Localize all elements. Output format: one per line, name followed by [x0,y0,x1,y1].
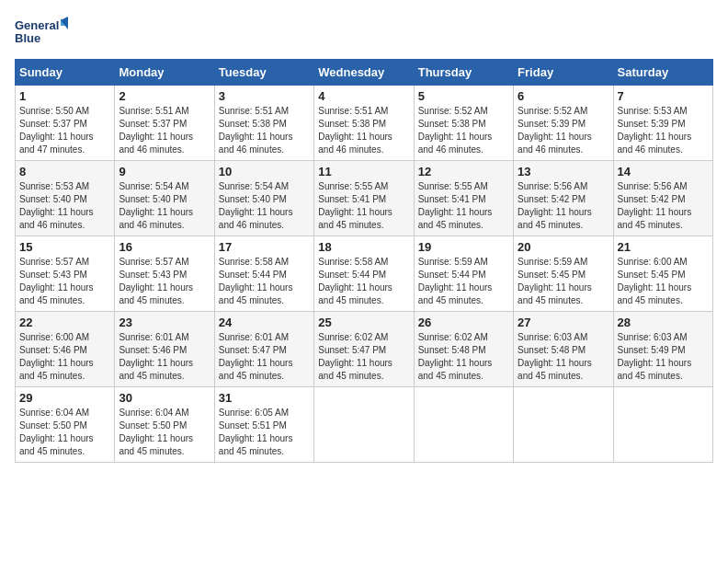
day-number: 1 [19,89,110,103]
day-number: 10 [219,165,310,178]
day-info: Sunrise: 5:58 AM Sunset: 5:44 PM Dayligh… [219,257,293,305]
logo: General Blue [15,15,70,52]
calendar-cell: 11 Sunrise: 5:55 AM Sunset: 5:41 PM Dayl… [314,161,414,236]
day-info: Sunrise: 5:56 AM Sunset: 5:42 PM Dayligh… [518,181,592,230]
day-info: Sunrise: 5:52 AM Sunset: 5:38 PM Dayligh… [418,106,493,155]
calendar-cell: 20 Sunrise: 5:59 AM Sunset: 5:45 PM Dayl… [514,236,613,312]
day-number: 19 [418,240,509,254]
day-info: Sunrise: 6:01 AM Sunset: 5:47 PM Dayligh… [219,332,293,381]
calendar-cell: 21 Sunrise: 6:00 AM Sunset: 5:45 PM Dayl… [613,236,712,312]
day-info: Sunrise: 5:51 AM Sunset: 5:37 PM Dayligh… [119,106,193,155]
calendar-cell: 3 Sunrise: 5:51 AM Sunset: 5:38 PM Dayli… [214,86,313,161]
weekday-header-wednesday: Wednesday [314,60,414,86]
day-number: 4 [318,89,409,103]
day-info: Sunrise: 5:55 AM Sunset: 5:41 PM Dayligh… [418,181,493,230]
day-info: Sunrise: 6:00 AM Sunset: 5:45 PM Dayligh… [618,257,692,305]
calendar-cell: 28 Sunrise: 6:03 AM Sunset: 5:49 PM Dayl… [613,312,712,387]
day-info: Sunrise: 6:02 AM Sunset: 5:47 PM Dayligh… [318,332,392,381]
day-info: Sunrise: 5:54 AM Sunset: 5:40 PM Dayligh… [119,181,193,230]
calendar-cell: 22 Sunrise: 6:00 AM Sunset: 5:46 PM Dayl… [16,312,115,387]
calendar-cell: 24 Sunrise: 6:01 AM Sunset: 5:47 PM Dayl… [214,312,313,387]
day-number: 29 [19,391,110,405]
day-number: 14 [618,165,709,178]
calendar-cell: 26 Sunrise: 6:02 AM Sunset: 5:48 PM Dayl… [414,312,513,387]
calendar-cell: 16 Sunrise: 5:57 AM Sunset: 5:43 PM Dayl… [115,236,214,312]
day-number: 3 [219,89,310,103]
day-info: Sunrise: 5:54 AM Sunset: 5:40 PM Dayligh… [219,181,293,230]
calendar-cell: 30 Sunrise: 6:04 AM Sunset: 5:50 PM Dayl… [115,387,214,463]
day-info: Sunrise: 5:57 AM Sunset: 5:43 PM Dayligh… [119,257,193,305]
day-number: 17 [219,240,310,254]
calendar-cell [314,387,414,463]
day-info: Sunrise: 5:55 AM Sunset: 5:41 PM Dayligh… [318,181,392,230]
day-info: Sunrise: 5:52 AM Sunset: 5:39 PM Dayligh… [518,106,592,155]
day-number: 28 [618,316,709,329]
calendar-week-row: 29 Sunrise: 6:04 AM Sunset: 5:50 PM Dayl… [16,387,713,463]
weekday-header-saturday: Saturday [613,60,712,86]
weekday-header-tuesday: Tuesday [214,60,313,86]
calendar-cell: 31 Sunrise: 6:05 AM Sunset: 5:51 PM Dayl… [214,387,313,463]
calendar-cell [613,387,712,463]
day-number: 18 [318,240,409,254]
day-number: 12 [418,165,509,178]
calendar-cell: 12 Sunrise: 5:55 AM Sunset: 5:41 PM Dayl… [414,161,513,236]
calendar-week-row: 8 Sunrise: 5:53 AM Sunset: 5:40 PM Dayli… [16,161,713,236]
day-number: 8 [19,165,110,178]
calendar-cell: 29 Sunrise: 6:04 AM Sunset: 5:50 PM Dayl… [16,387,115,463]
day-info: Sunrise: 6:05 AM Sunset: 5:51 PM Dayligh… [219,408,293,456]
calendar-table: SundayMondayTuesdayWednesdayThursdayFrid… [15,59,713,463]
weekday-header-thursday: Thursday [414,60,513,86]
calendar-cell: 27 Sunrise: 6:03 AM Sunset: 5:48 PM Dayl… [514,312,613,387]
calendar-cell: 8 Sunrise: 5:53 AM Sunset: 5:40 PM Dayli… [16,161,115,236]
day-number: 16 [119,240,210,254]
weekday-header-row: SundayMondayTuesdayWednesdayThursdayFrid… [16,60,713,86]
calendar-cell: 2 Sunrise: 5:51 AM Sunset: 5:37 PM Dayli… [115,86,214,161]
calendar-cell [514,387,613,463]
calendar-week-row: 22 Sunrise: 6:00 AM Sunset: 5:46 PM Dayl… [16,312,713,387]
weekday-header-monday: Monday [115,60,214,86]
day-number: 11 [318,165,409,178]
day-info: Sunrise: 6:00 AM Sunset: 5:46 PM Dayligh… [19,332,94,381]
day-info: Sunrise: 5:53 AM Sunset: 5:40 PM Dayligh… [19,181,94,230]
day-number: 9 [119,165,210,178]
calendar-cell: 7 Sunrise: 5:53 AM Sunset: 5:39 PM Dayli… [613,86,712,161]
day-info: Sunrise: 5:58 AM Sunset: 5:44 PM Dayligh… [318,257,392,305]
day-info: Sunrise: 5:56 AM Sunset: 5:42 PM Dayligh… [618,181,692,230]
day-info: Sunrise: 5:59 AM Sunset: 5:44 PM Dayligh… [418,257,493,305]
day-number: 23 [119,316,210,329]
day-info: Sunrise: 5:53 AM Sunset: 5:39 PM Dayligh… [618,106,692,155]
day-number: 6 [518,89,609,103]
day-info: Sunrise: 6:03 AM Sunset: 5:49 PM Dayligh… [618,332,692,381]
day-number: 15 [19,240,110,254]
header: General Blue [15,15,713,52]
calendar-cell: 14 Sunrise: 5:56 AM Sunset: 5:42 PM Dayl… [613,161,712,236]
day-info: Sunrise: 6:04 AM Sunset: 5:50 PM Dayligh… [119,408,193,456]
day-number: 5 [418,89,509,103]
calendar-cell: 4 Sunrise: 5:51 AM Sunset: 5:38 PM Dayli… [314,86,414,161]
calendar-week-row: 1 Sunrise: 5:50 AM Sunset: 5:37 PM Dayli… [16,86,713,161]
calendar-cell: 13 Sunrise: 5:56 AM Sunset: 5:42 PM Dayl… [514,161,613,236]
calendar-cell: 5 Sunrise: 5:52 AM Sunset: 5:38 PM Dayli… [414,86,513,161]
calendar-cell: 19 Sunrise: 5:59 AM Sunset: 5:44 PM Dayl… [414,236,513,312]
day-number: 7 [618,89,709,103]
svg-text:General: General [15,18,59,32]
calendar-cell [414,387,513,463]
weekday-header-sunday: Sunday [16,60,115,86]
calendar-cell: 15 Sunrise: 5:57 AM Sunset: 5:43 PM Dayl… [16,236,115,312]
day-info: Sunrise: 5:57 AM Sunset: 5:43 PM Dayligh… [19,257,94,305]
day-number: 22 [19,316,110,329]
day-number: 26 [418,316,509,329]
svg-text:Blue: Blue [15,31,40,45]
calendar-cell: 10 Sunrise: 5:54 AM Sunset: 5:40 PM Dayl… [214,161,313,236]
calendar-body: 1 Sunrise: 5:50 AM Sunset: 5:37 PM Dayli… [16,86,713,463]
calendar-week-row: 15 Sunrise: 5:57 AM Sunset: 5:43 PM Dayl… [16,236,713,312]
day-info: Sunrise: 6:04 AM Sunset: 5:50 PM Dayligh… [19,408,94,456]
calendar-header: SundayMondayTuesdayWednesdayThursdayFrid… [16,60,713,86]
calendar-cell: 25 Sunrise: 6:02 AM Sunset: 5:47 PM Dayl… [314,312,414,387]
calendar-cell: 1 Sunrise: 5:50 AM Sunset: 5:37 PM Dayli… [16,86,115,161]
day-number: 13 [518,165,609,178]
day-number: 20 [518,240,609,254]
calendar-cell: 18 Sunrise: 5:58 AM Sunset: 5:44 PM Dayl… [314,236,414,312]
day-info: Sunrise: 6:02 AM Sunset: 5:48 PM Dayligh… [418,332,493,381]
calendar-cell: 6 Sunrise: 5:52 AM Sunset: 5:39 PM Dayli… [514,86,613,161]
